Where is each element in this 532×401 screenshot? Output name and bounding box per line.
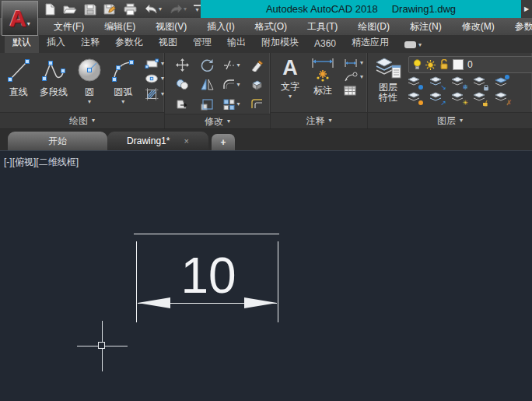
- undo-button[interactable]: ▾: [144, 2, 162, 16]
- file-tab-start[interactable]: 开始: [8, 132, 107, 150]
- ribbon-tab-manage[interactable]: 管理: [185, 33, 219, 53]
- circle-button[interactable]: 圆 ▾: [74, 53, 104, 112]
- save-as-icon[interactable]: [103, 2, 117, 16]
- ribbon-tab-a360[interactable]: A360: [306, 35, 344, 53]
- polyline-button[interactable]: 多段线: [34, 53, 72, 112]
- redo-icon[interactable]: [169, 2, 183, 16]
- undo-icon[interactable]: [144, 2, 158, 16]
- plot-icon[interactable]: [124, 2, 137, 16]
- dimension-arrow-right-icon: [244, 297, 277, 308]
- layer-select-combo[interactable]: 0: [408, 56, 532, 73]
- ribbon-tab-annotate[interactable]: 注释: [73, 33, 107, 53]
- layer-on-bulb-icon: [413, 59, 422, 70]
- new-drawing-tab-button[interactable]: +: [212, 134, 235, 150]
- array-button[interactable]: ▾: [219, 94, 244, 114]
- rectangle-button[interactable]: ▾: [145, 58, 164, 69]
- application-menu-button[interactable]: A ▾: [2, 1, 38, 36]
- ribbon-minimize-button[interactable]: ▾: [404, 41, 422, 48]
- layer-unlock-button[interactable]: [472, 92, 489, 105]
- layers-panel-label[interactable]: 图层 ▾: [368, 112, 532, 128]
- leader-icon: [344, 72, 358, 82]
- ribbon-tab-view[interactable]: 视图: [151, 33, 185, 53]
- ribbon-tab-parametric[interactable]: 参数化: [107, 33, 151, 53]
- fillet-caret-icon[interactable]: ▾: [236, 82, 240, 88]
- menu-modify[interactable]: 修改(M): [452, 20, 505, 33]
- ribbon-tab-addins[interactable]: 附加模块: [254, 33, 306, 53]
- ribbon-tab-featured-apps[interactable]: 精选应用: [344, 33, 397, 53]
- layer-lock-button[interactable]: [472, 76, 489, 90]
- layer-freeze-button[interactable]: ❄: [450, 76, 467, 90]
- arc-caret-icon[interactable]: ▾: [121, 99, 124, 105]
- layer-thaw-button[interactable]: ☀: [450, 92, 467, 105]
- trim-icon: [223, 60, 235, 70]
- trim-caret-icon[interactable]: ▾: [236, 62, 240, 69]
- table-button[interactable]: [344, 86, 363, 96]
- close-tab-icon[interactable]: ×: [184, 136, 188, 146]
- layer-on-button[interactable]: [407, 92, 424, 105]
- leader-button[interactable]: ▾: [344, 72, 363, 82]
- drawing-canvas[interactable]: [-][俯视][二维线框] 10: [0, 150, 532, 401]
- menu-edit[interactable]: 编辑(E): [94, 20, 145, 33]
- autocad-window: ▾ ▾ ▾ Autodesk AutoCAD 2018 Drawing1.dwg…: [0, 0, 532, 401]
- arrow-up-right-icon: ↗: [440, 100, 446, 107]
- copy-button[interactable]: [170, 75, 194, 94]
- menu-file[interactable]: 文件(F): [44, 20, 94, 33]
- menu-dimension[interactable]: 标注(N): [400, 20, 452, 33]
- modify-panel-caret-icon: ▾: [227, 118, 230, 125]
- customize-qat-button[interactable]: ▾: [194, 5, 201, 13]
- title-overflow-button[interactable]: ▶: [521, 0, 532, 18]
- redo-button[interactable]: ▾: [169, 2, 187, 16]
- blue-bulb-badge-icon: [418, 85, 423, 90]
- leader-caret-icon[interactable]: ▾: [360, 74, 363, 80]
- save-icon[interactable]: [84, 2, 96, 16]
- layer-make-current-button[interactable]: [494, 76, 511, 90]
- menu-view[interactable]: 视图(V): [145, 20, 197, 33]
- menu-format[interactable]: 格式(O): [245, 20, 297, 33]
- file-tab-drawing1[interactable]: Drawing1* ×: [107, 132, 208, 150]
- modify-panel-label[interactable]: 修改 ▾: [165, 114, 270, 128]
- trim-button[interactable]: ▾: [219, 55, 244, 75]
- fillet-button[interactable]: ▾: [219, 75, 244, 94]
- menu-draw[interactable]: 绘图(D): [348, 20, 400, 33]
- undo-caret-icon[interactable]: ▾: [159, 6, 162, 12]
- line-button[interactable]: 直线: [4, 53, 33, 112]
- rectangle-caret-icon[interactable]: ▾: [161, 61, 164, 67]
- menu-insert[interactable]: 插入(I): [197, 20, 244, 33]
- scale-button[interactable]: [194, 94, 219, 114]
- linear-dimension-caret-icon[interactable]: ▾: [360, 60, 363, 66]
- hatch-caret-icon[interactable]: ▾: [161, 91, 164, 97]
- explode-button[interactable]: [244, 75, 269, 94]
- layer-delete-button[interactable]: ✗: [494, 92, 511, 105]
- layer-properties-button[interactable]: 图层 特性: [374, 53, 402, 112]
- layer-off-button[interactable]: [407, 76, 424, 90]
- move-button[interactable]: [170, 55, 194, 75]
- mirror-button[interactable]: [194, 75, 219, 94]
- annotate-panel-label[interactable]: 注释 ▾: [271, 112, 367, 128]
- menu-parametric[interactable]: 参数(P): [505, 20, 532, 33]
- text-caret-icon[interactable]: ▾: [289, 93, 292, 100]
- menu-tools[interactable]: 工具(T): [297, 20, 348, 33]
- draw-panel-label[interactable]: 绘图 ▾: [0, 112, 164, 128]
- ribbon-tab-output[interactable]: 输出: [219, 33, 254, 53]
- stretch-button[interactable]: [170, 94, 194, 114]
- ellipse-caret-icon[interactable]: ▾: [161, 76, 164, 82]
- app-title: Autodesk AutoCAD 2018: [266, 3, 378, 15]
- offset-button[interactable]: [244, 94, 269, 114]
- layer-isolate-button[interactable]: ↘: [429, 76, 446, 90]
- dimension-button[interactable]: 标注: [306, 53, 339, 112]
- text-button[interactable]: A 文字 ▾: [277, 53, 303, 112]
- circle-caret-icon[interactable]: ▾: [88, 99, 91, 105]
- viewport-controls[interactable]: [-][俯视][二维线框]: [4, 156, 79, 169]
- ribbon-tab-insert[interactable]: 插入: [39, 33, 73, 53]
- new-file-icon[interactable]: [44, 2, 56, 16]
- erase-button[interactable]: [244, 55, 269, 75]
- layer-unisolate-button[interactable]: ↗: [429, 92, 446, 105]
- arc-button[interactable]: 圆弧 ▾: [107, 53, 140, 112]
- array-caret-icon[interactable]: ▾: [236, 101, 240, 107]
- redo-caret-icon[interactable]: ▾: [184, 6, 187, 12]
- hatch-button[interactable]: ▾: [145, 88, 164, 100]
- rotate-button[interactable]: [194, 55, 219, 75]
- open-file-icon[interactable]: [63, 2, 77, 16]
- ellipse-button[interactable]: ▾: [145, 73, 164, 84]
- linear-dimension-button[interactable]: ▾: [344, 58, 363, 68]
